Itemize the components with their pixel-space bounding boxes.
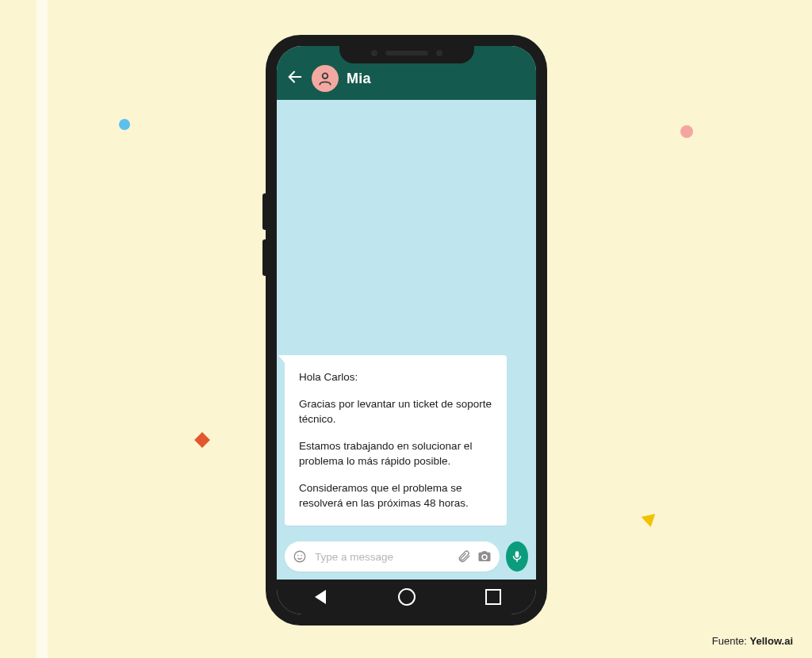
message-line-2: Estamos trabajando en solucionar el prob… [299, 438, 492, 469]
svg-point-3 [297, 555, 299, 557]
contact-name[interactable]: Mia [347, 71, 371, 87]
phone-frame: Mia Hola Carlos: Gracias por levantar un… [266, 35, 547, 625]
emoji-icon[interactable] [293, 549, 307, 564]
back-arrow-icon[interactable] [286, 68, 304, 89]
message-input[interactable] [313, 550, 450, 564]
message-greeting: Hola Carlos: [299, 369, 492, 385]
contact-avatar[interactable] [312, 65, 339, 92]
confetti-dot-pink [680, 125, 693, 138]
svg-point-2 [294, 551, 305, 562]
attribution-prefix: Fuente: [712, 635, 750, 647]
confetti-dot-blue [119, 119, 130, 130]
android-home-button[interactable] [387, 580, 427, 614]
svg-point-1 [323, 73, 328, 78]
confetti-diamond-red [194, 432, 210, 448]
decorative-left-stripe [36, 0, 48, 658]
confetti-triangle-yellow [642, 514, 658, 528]
phone-notch [339, 43, 474, 63]
notch-sensor [371, 50, 377, 56]
message-line-3: Consideramos que el problema se resolver… [299, 480, 492, 511]
android-nav-bar [277, 580, 536, 614]
message-line-1: Gracias por levantar un ticket de soport… [299, 396, 492, 427]
android-recent-button[interactable] [473, 580, 513, 614]
attachment-icon[interactable] [457, 549, 471, 564]
phone-screen: Mia Hola Carlos: Gracias por levantar un… [277, 46, 536, 614]
svg-point-4 [301, 555, 303, 557]
notch-camera [436, 50, 442, 56]
notch-speaker [385, 51, 428, 55]
chat-body[interactable]: Hola Carlos: Gracias por levantar un tic… [277, 100, 536, 535]
attribution-source: Yellow.ai [750, 635, 793, 647]
image-attribution: Fuente: Yellow.ai [712, 635, 793, 647]
mic-button[interactable] [506, 541, 528, 572]
camera-icon[interactable] [477, 549, 492, 564]
composer-bar [277, 535, 536, 580]
composer-pill[interactable] [285, 541, 500, 572]
android-back-button[interactable] [301, 580, 340, 614]
incoming-message-bubble: Hola Carlos: Gracias por levantar un tic… [285, 355, 507, 526]
